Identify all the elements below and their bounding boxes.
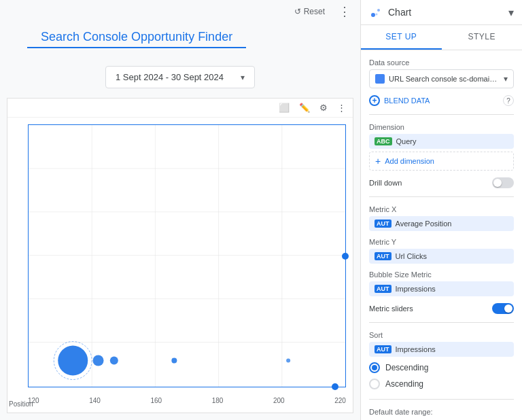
select-tool-button[interactable]: ⬜ (276, 101, 292, 114)
date-selector-area: 1 Sept 2024 - 30 Sept 2024 ▾ (0, 52, 360, 95)
drill-down-row: Drill down (369, 177, 514, 188)
resize-handle-bottom[interactable] (332, 383, 338, 390)
right-panel: Chart ▾ SET UP STYLE Data source URL Sea… (360, 0, 522, 420)
metric-x-badge: AUT (375, 220, 392, 228)
top-toolbar: ↺ Reset ⋮ (0, 0, 360, 23)
svg-point-14 (286, 359, 290, 363)
sort-chip[interactable]: AUT Impressions (369, 342, 514, 357)
x-label-220: 220 (334, 397, 346, 404)
dimension-value: Query (396, 137, 417, 145)
default-date-range-label: Default date range: (369, 408, 514, 416)
metric-sliders-label: Metric sliders (369, 304, 413, 313)
date-range-selector[interactable]: 1 Sept 2024 - 30 Sept 2024 ▾ (105, 66, 255, 88)
divider-4 (369, 399, 514, 400)
metric-sliders-toggle-knob (504, 304, 512, 313)
metric-x-section: Metric X AUT Average Position (369, 205, 514, 231)
chart-type-icon (369, 5, 383, 19)
divider-2 (369, 196, 514, 197)
svg-point-13 (171, 358, 177, 364)
page-title: Search Console Opportunity Finder (27, 23, 246, 48)
metric-y-badge: AUT (375, 252, 392, 260)
dimension-section: Dimension ABC Query + Add dimension (369, 123, 514, 171)
metric-sliders-row: Metric sliders (369, 303, 514, 314)
panel-tabs: SET UP STYLE (361, 25, 522, 50)
reset-button[interactable]: ↺ Reset (289, 4, 330, 19)
divider-3 (369, 322, 514, 323)
x-label-180: 180 (212, 397, 224, 404)
left-panel: ↺ Reset ⋮ Search Console Opportunity Fin… (0, 0, 360, 420)
toggle-knob (493, 179, 502, 187)
add-dimension-button[interactable]: + Add dimension (369, 152, 514, 171)
sort-ascending-radio[interactable] (369, 379, 380, 389)
chart-container: ⬜ ✏️ ⚙ ⋮ (7, 98, 353, 413)
data-source-text: URL Search console sc-domain:krmdig... (389, 75, 500, 83)
panel-header-left: Chart (369, 5, 411, 19)
panel-header: Chart ▾ (361, 0, 522, 25)
metric-sliders-toggle[interactable] (492, 303, 514, 314)
sort-ascending-label: Ascending (385, 379, 423, 389)
x-label-200: 200 (273, 397, 285, 404)
drill-down-toggle[interactable] (492, 177, 514, 188)
metric-x-chip[interactable]: AUT Average Position (369, 216, 514, 231)
chart-plot: 120 140 160 180 200 220 Position (7, 118, 353, 411)
data-source-selector[interactable]: URL Search console sc-domain:krmdig... ▾ (369, 69, 514, 88)
bubble-metric-section: Bubble Size Metric AUT Impressions (369, 270, 514, 296)
dropdown-arrow-icon: ▾ (241, 73, 245, 82)
dimension-badge: ABC (375, 137, 392, 145)
svg-point-16 (377, 9, 380, 12)
reset-icon: ↺ (294, 7, 301, 16)
sort-descending-radio[interactable] (369, 362, 380, 373)
add-dimension-label: Add dimension (385, 157, 434, 165)
metric-y-chip[interactable]: AUT Url Clicks (369, 249, 514, 264)
edit-tool-button[interactable]: ✏️ (296, 101, 313, 114)
metric-y-label: Metric Y (369, 238, 514, 246)
chart-inner-toolbar: ⬜ ✏️ ⚙ ⋮ (7, 99, 353, 118)
resize-handle-right[interactable] (342, 253, 349, 260)
bubble-metric-value: Impressions (396, 285, 436, 293)
default-date-range-section: Default date range: (369, 408, 514, 419)
add-dimension-plus-icon: + (375, 156, 381, 167)
x-label-160: 160 (151, 397, 162, 404)
sort-descending-radio-dot (372, 365, 377, 370)
x-axis-labels: 120 140 160 180 200 220 (28, 397, 346, 404)
sort-ascending-option[interactable]: Ascending (369, 377, 514, 391)
y-axis-label: Position (9, 400, 33, 408)
dimension-chip[interactable]: ABC Query (369, 134, 514, 149)
sort-descending-label: Descending (385, 363, 428, 372)
sort-value: Impressions (396, 345, 436, 353)
chart-grid (28, 124, 346, 387)
bubble-metric-label: Bubble Size Metric (369, 270, 514, 279)
more-icon: ⋮ (338, 5, 351, 18)
bubble-metric-badge: AUT (375, 285, 392, 293)
more-chart-options-button[interactable]: ⋮ (334, 101, 349, 114)
sort-label: Sort (369, 331, 514, 339)
svg-point-9 (58, 346, 88, 376)
sort-section: Sort AUT Impressions Descending Ascendin… (369, 331, 514, 391)
sort-descending-option[interactable]: Descending (369, 361, 514, 374)
filter-tool-button[interactable]: ⚙ (317, 101, 330, 114)
metric-y-section: Metric Y AUT Url Clicks (369, 238, 514, 264)
blend-data-row[interactable]: + BLEND DATA ? (369, 95, 514, 106)
tab-setup[interactable]: SET UP (361, 25, 442, 50)
svg-point-17 (376, 14, 378, 16)
x-label-140: 140 (89, 397, 101, 404)
bubble-metric-chip[interactable]: AUT Impressions (369, 281, 514, 296)
divider-1 (369, 114, 514, 115)
data-source-dropdown-icon: ▾ (504, 74, 508, 84)
sort-badge: AUT (375, 345, 392, 353)
more-options-button[interactable]: ⋮ (336, 4, 353, 19)
panel-title: Chart (388, 7, 411, 18)
metric-x-value: Average Position (396, 220, 452, 228)
svg-point-11 (93, 355, 104, 366)
data-source-label: Data source (369, 58, 514, 67)
metric-x-label: Metric X (369, 205, 514, 213)
data-source-section: Data source URL Search console sc-domain… (369, 58, 514, 88)
panel-collapse-button[interactable]: ▾ (508, 6, 514, 19)
panel-body: Data source URL Search console sc-domain… (361, 50, 522, 420)
blend-data-help-icon[interactable]: ? (503, 95, 514, 106)
metric-y-value: Url Clicks (396, 252, 427, 260)
data-source-icon (375, 74, 385, 84)
blend-data-label: BLEND DATA (384, 97, 430, 105)
tab-style[interactable]: STYLE (442, 25, 523, 50)
blend-data-plus-icon: + (369, 95, 380, 106)
